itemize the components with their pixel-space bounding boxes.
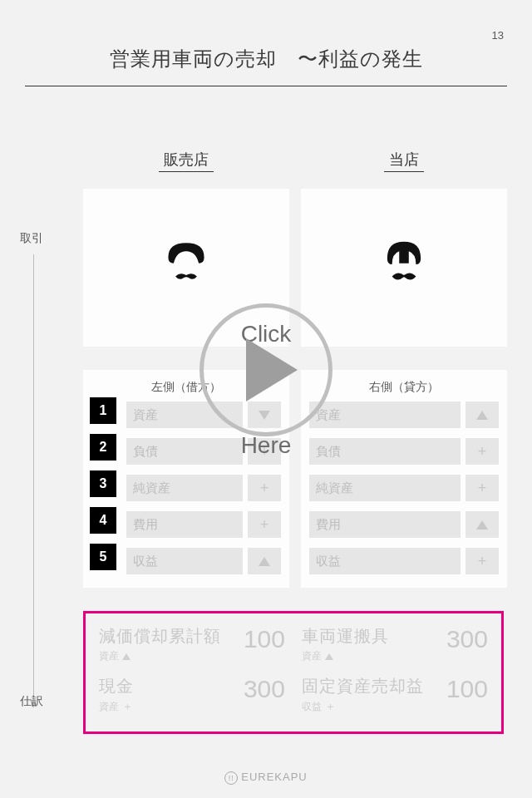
page-number: 13 [492, 29, 504, 42]
person-seller-icon [156, 237, 216, 297]
triangle-up-icon [122, 653, 131, 660]
journal-credit-col: 車両運搬具 資産 300 固定資産売却益 収益＋ 100 [302, 625, 488, 720]
mark-increase-icon [248, 548, 281, 574]
person-buyer-icon [374, 237, 434, 297]
mark-plus-icon: + [466, 475, 499, 501]
flow-arrow [33, 254, 34, 707]
side-label-journal: 仕訳 [20, 694, 43, 709]
journal-subtype: 資産 [302, 649, 389, 663]
row-number-4: 4 [90, 507, 116, 534]
journal-account: 減価償却累計額 [99, 625, 221, 648]
journal-debit-col: 減価償却累計額 資産 100 現金 資産＋ 300 [99, 625, 285, 720]
label-revenue: 収益 [126, 548, 243, 574]
label-expense: 費用 [126, 511, 243, 538]
mark-plus-icon: + [248, 511, 281, 538]
mark-increase-icon [466, 511, 499, 538]
journal-amount: 100 [446, 675, 488, 703]
journal-row: 車両運搬具 資産 300 [302, 625, 488, 663]
page-title: 営業用車両の売却 〜利益の発生 [33, 46, 499, 72]
journal-subtype: 資産 [99, 649, 221, 663]
play-circle-icon [200, 303, 332, 436]
play-triangle-icon [246, 338, 298, 401]
row-number-5: 5 [90, 544, 116, 570]
credit-row-expense: 費用 [309, 511, 499, 538]
mark-plus-icon: + [466, 548, 499, 574]
credit-row-revenue: 収益 + [309, 548, 499, 574]
row-number-2: 2 [90, 434, 116, 461]
slide-page: 13 営業用車両の売却 〜利益の発生 取引 仕訳 販売店 当店 [0, 0, 532, 798]
seller-header: 販売店 [159, 150, 214, 172]
brand-mark-icon: !! [224, 771, 238, 785]
row-numbers: 1 2 3 4 5 [90, 397, 116, 570]
mark-increase-icon [466, 401, 499, 428]
debit-row-revenue: 収益 [126, 548, 281, 574]
journal-entry-box: 減価償却累計額 資産 100 現金 資産＋ 300 車両運搬具 資産 300 [83, 611, 504, 734]
row-number-3: 3 [90, 470, 116, 497]
journal-subtype: 資産＋ [99, 699, 134, 714]
overlay-text-here: Here [241, 432, 292, 459]
debit-row-expense: 費用 + [126, 511, 281, 538]
journal-row: 固定資産売却益 収益＋ 100 [302, 675, 488, 714]
journal-row: 現金 資産＋ 300 [99, 675, 285, 714]
row-number-1: 1 [90, 397, 116, 424]
journal-amount: 300 [244, 675, 285, 703]
buyer-header: 当店 [384, 150, 424, 172]
journal-account: 固定資産売却益 [302, 675, 424, 697]
plus-icon: ＋ [325, 699, 336, 714]
title-underline [25, 86, 507, 86]
journal-amount: 100 [244, 625, 285, 653]
mark-plus-icon: + [466, 438, 499, 465]
footer-brand: !!EUREKAPU [0, 771, 532, 785]
side-label-transaction: 取引 [20, 231, 43, 246]
label-revenue: 収益 [309, 548, 461, 574]
journal-account: 車両運搬具 [302, 625, 389, 648]
brand-text: EUREKAPU [241, 771, 308, 783]
triangle-up-icon [325, 653, 333, 660]
journal-account: 現金 [99, 675, 134, 697]
header: 13 営業用車両の売却 〜利益の発生 [0, 0, 532, 79]
journal-row: 減価償却累計額 資産 100 [99, 625, 285, 663]
label-expense: 費用 [309, 511, 461, 538]
plus-icon: ＋ [122, 699, 133, 714]
journal-subtype: 収益＋ [302, 699, 424, 714]
journal-amount: 300 [446, 625, 488, 653]
